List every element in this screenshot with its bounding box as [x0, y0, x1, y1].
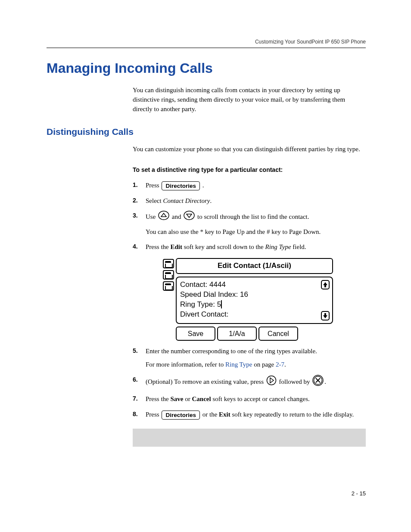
step-4-text-c: soft key and scroll down to the — [182, 243, 265, 250]
step-5-sub-e: . — [284, 361, 286, 368]
step-5-sub-a: For more information, refer to — [146, 361, 225, 368]
step-4: Press the Edit soft key and scroll down … — [133, 242, 366, 341]
svg-point-1 — [184, 211, 194, 220]
lcd-contact-line: Contact: 4444 — [180, 280, 329, 290]
right-arrow-icon — [266, 375, 277, 389]
steps-list: Press Directories . Select Contact Direc… — [133, 180, 366, 420]
step-8: Press Directories or the Exit soft key r… — [133, 409, 366, 420]
step-7: Press the Save or Cancel soft keys to ac… — [133, 394, 366, 405]
step-5: Enter the number corresponding to one of… — [133, 346, 366, 370]
scroll-down-icon — [321, 311, 330, 320]
step-7-text-e: soft keys to accept or cancel changes. — [211, 395, 310, 402]
page-ref-link[interactable]: 2-7 — [276, 361, 284, 368]
step-7-text-c: or — [184, 395, 192, 402]
step-3-text-c: to scroll through the list to find the c… — [196, 213, 309, 220]
svg-point-2 — [267, 376, 276, 385]
step-6-text-a: (Optional) To remove an existing value, … — [146, 378, 265, 385]
phone-line-icon — [163, 270, 174, 280]
step-4-text-e: field. — [291, 243, 306, 250]
ring-type-field-name: Ring Type — [265, 243, 291, 250]
directories-button: Directories — [162, 181, 200, 190]
phone-line-icon — [163, 259, 174, 268]
softkey-mode: 1/A/a — [217, 327, 257, 341]
gray-band — [133, 429, 366, 447]
heading-distinguishing-calls: Distinguishing Calls — [47, 127, 366, 137]
step-8-text-b: or the — [201, 411, 219, 418]
lcd-divert-line: Divert Contact: — [180, 310, 329, 320]
step-1-text-b: . — [201, 182, 204, 189]
step-1: Press Directories . — [133, 180, 366, 191]
heading-managing-incoming-calls: Managing Incoming Calls — [47, 60, 366, 76]
step-2-text-a: Select — [146, 197, 163, 204]
step-6-text-b: followed by — [277, 378, 312, 385]
down-arrow-icon — [184, 211, 195, 224]
header-rule — [47, 47, 366, 48]
step-2-text-c: . — [210, 197, 212, 204]
lcd-ring-type-line: Ring Type: 5 — [180, 300, 329, 310]
save-softkey-name: Save — [171, 395, 184, 402]
step-3-text-a: Use — [146, 213, 157, 220]
step-8-text-d: soft key repeatedly to return to the idl… — [230, 411, 354, 418]
directories-button: Directories — [162, 411, 200, 420]
contact-directory-menu-name: Contact Directory — [163, 197, 210, 204]
softkey-save: Save — [176, 327, 215, 341]
text-cursor-icon — [221, 300, 222, 308]
instruction-heading: To set a distinctive ring type for a par… — [133, 165, 366, 174]
lcd-line-icons — [163, 258, 176, 341]
sub-intro-paragraph: You can customize your phone so that you… — [133, 145, 366, 154]
step-4-text-a: Press the — [146, 243, 171, 250]
phone-line-icon — [163, 281, 174, 291]
ring-type-link[interactable]: Ring Type — [225, 361, 252, 368]
step-5-text-a: Enter the number corresponding to one of… — [146, 348, 317, 355]
step-5-sub-c: on page — [252, 361, 276, 368]
step-3: Use and to scroll through the list to fi… — [133, 211, 366, 237]
cancel-softkey-name: Cancel — [192, 395, 211, 402]
intro-paragraph: You can distinguish incoming calls from … — [133, 86, 366, 114]
step-2: Select Contact Directory. — [133, 196, 366, 207]
running-header: Customizing Your SoundPoint IP 650 SIP P… — [47, 39, 366, 45]
step-5-sub: For more information, refer to Ring Type… — [146, 359, 366, 370]
lcd-title: Edit Contact (1/Ascii) — [176, 258, 333, 274]
step-6-text-c: . — [324, 378, 326, 385]
step-3-text-b: and — [170, 213, 183, 220]
step-3-sub: You can also use the * key to Page Up an… — [146, 227, 366, 238]
edit-softkey-name: Edit — [171, 243, 183, 250]
lcd-ring-type-text: Ring Type: 5 — [180, 300, 221, 308]
step-8-text-a: Press — [146, 411, 161, 418]
step-1-text-a: Press — [146, 182, 161, 189]
page-number: 2 - 15 — [352, 490, 366, 497]
step-6: (Optional) To remove an existing value, … — [133, 375, 366, 390]
lcd-body: Contact: 4444 Speed Dial Index: 16 Ring … — [176, 277, 333, 324]
svg-point-0 — [159, 211, 169, 220]
scroll-up-icon — [321, 280, 330, 289]
lcd-softkeys: Save 1/A/a Cancel — [176, 327, 333, 341]
exit-softkey-name: Exit — [219, 411, 230, 418]
directories-button-label: Directories — [165, 183, 196, 189]
directories-button-label: Directories — [165, 412, 196, 418]
lcd-speed-dial-line: Speed Dial Index: 16 — [180, 290, 329, 300]
step-7-text-a: Press the — [146, 395, 171, 402]
delete-x-icon — [312, 375, 324, 390]
lcd-screenshot: Edit Contact (1/Ascii) Contact: 4444 Spe… — [163, 258, 366, 341]
up-arrow-icon — [158, 211, 169, 224]
softkey-cancel: Cancel — [258, 327, 298, 341]
